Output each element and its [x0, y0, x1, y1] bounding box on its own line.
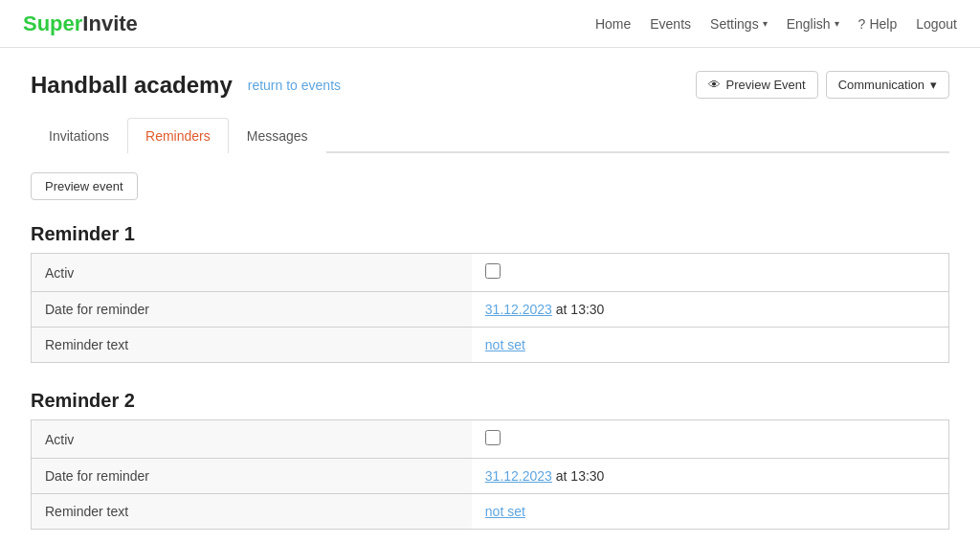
nav-home[interactable]: Home	[595, 16, 631, 32]
reminder-1-date-label: Date for reminder	[32, 292, 472, 328]
reminder-2-text-label: Reminder text	[32, 494, 472, 530]
reminder-2-activ-cell	[472, 420, 949, 459]
reminder-2-activ-checkbox[interactable]	[485, 430, 501, 445]
brand-logo[interactable]: SuperInvite	[23, 11, 138, 36]
reminder-1-time-text: at 13:30	[552, 302, 605, 317]
reminder-2-text-cell: not set	[472, 494, 949, 530]
reminder-1-section: Reminder 1 Activ Date for reminder 31.12…	[31, 223, 949, 363]
reminder-2-date-cell: 31.12.2023 at 13:30	[472, 459, 949, 494]
preview-event-label: Preview Event	[726, 78, 806, 92]
reminder-2-date-row: Date for reminder 31.12.2023 at 13:30	[32, 459, 949, 494]
nav-settings-dropdown[interactable]: Settings ▾	[710, 16, 768, 32]
navbar-nav: Home Events Settings ▾ English ▾ ? Help …	[595, 16, 957, 32]
brand-super: Super	[23, 11, 82, 36]
nav-help-label: Help	[869, 16, 897, 32]
language-chevron-icon: ▾	[835, 18, 839, 29]
page-header-right: 👁 Preview Event Communication ▾	[696, 71, 949, 99]
reminder-2-title: Reminder 2	[31, 390, 949, 412]
return-to-events-link[interactable]: return to events	[248, 78, 341, 93]
reminder-1-table: Activ Date for reminder 31.12.2023 at 13…	[31, 253, 949, 363]
reminder-1-activ-row: Activ	[32, 254, 949, 292]
reminder-2-activ-row: Activ	[32, 420, 949, 459]
communication-chevron-icon: ▾	[930, 78, 937, 92]
reminder-1-date-row: Date for reminder 31.12.2023 at 13:30	[32, 292, 949, 328]
reminder-2-table: Activ Date for reminder 31.12.2023 at 13…	[31, 419, 949, 530]
navbar: SuperInvite Home Events Settings ▾ Engli…	[0, 0, 980, 48]
reminder-1-text-cell: not set	[472, 328, 949, 363]
preview-event-button[interactable]: 👁 Preview Event	[696, 71, 818, 99]
reminder-1-title: Reminder 1	[31, 223, 949, 245]
reminder-1-text-link[interactable]: not set	[485, 337, 525, 352]
reminder-1-date-cell: 31.12.2023 at 13:30	[472, 292, 949, 328]
nav-help-link[interactable]: ? Help	[858, 16, 898, 32]
page-header: Handball academy return to events 👁 Prev…	[31, 71, 949, 99]
tab-invitations[interactable]: Invitations	[31, 118, 127, 153]
reminder-2-text-link[interactable]: not set	[485, 504, 525, 519]
nav-settings-label: Settings	[710, 16, 759, 32]
page-content: Handball academy return to events 👁 Prev…	[0, 48, 980, 543]
reminder-1-activ-cell	[472, 254, 949, 292]
reminder-2-date-link[interactable]: 31.12.2023	[485, 468, 552, 484]
communication-label: Communication	[838, 78, 924, 92]
reminder-1-text-label: Reminder text	[32, 328, 472, 363]
preview-section: Preview event	[31, 172, 949, 200]
reminder-2-activ-label: Activ	[32, 420, 472, 459]
reminder-2-time-text: at 13:30	[552, 468, 605, 484]
page-header-left: Handball academy return to events	[31, 72, 341, 99]
nav-events[interactable]: Events	[650, 16, 691, 32]
reminder-1-date-link[interactable]: 31.12.2023	[485, 302, 552, 317]
eye-icon: 👁	[708, 78, 721, 92]
tabs-container: Invitations Reminders Messages	[31, 118, 949, 153]
settings-chevron-icon: ▾	[763, 18, 768, 29]
reminder-2-text-row: Reminder text not set	[32, 494, 949, 530]
tab-reminders[interactable]: Reminders	[127, 118, 229, 153]
help-circle-icon: ?	[858, 16, 866, 32]
page-title: Handball academy	[31, 72, 233, 99]
nav-language-label: English	[787, 16, 831, 32]
reminder-1-activ-checkbox[interactable]	[485, 263, 501, 279]
nav-logout[interactable]: Logout	[916, 16, 957, 32]
communication-button[interactable]: Communication ▾	[826, 71, 949, 99]
reminder-2-date-label: Date for reminder	[32, 459, 472, 494]
tab-messages[interactable]: Messages	[229, 118, 326, 153]
reminder-1-text-row: Reminder text not set	[32, 328, 949, 363]
preview-event-small-button[interactable]: Preview event	[31, 172, 138, 200]
brand-invite: Invite	[82, 11, 137, 36]
nav-language-dropdown[interactable]: English ▾	[787, 16, 839, 32]
reminder-2-section: Reminder 2 Activ Date for reminder 31.12…	[31, 390, 949, 530]
reminder-1-activ-label: Activ	[32, 254, 472, 292]
